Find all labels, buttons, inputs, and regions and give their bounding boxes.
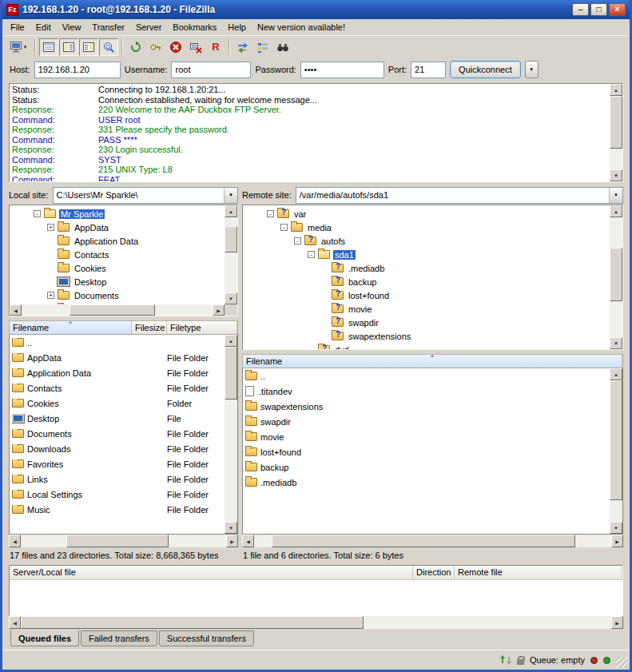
local-tree-item[interactable]: +Documents bbox=[11, 288, 225, 302]
scroll-up-button[interactable]: ▲ bbox=[610, 84, 622, 96]
scroll-up-button[interactable]: ▲ bbox=[610, 368, 622, 380]
remote-tree-item[interactable]: -sda1 bbox=[244, 248, 610, 261]
toggle-message-log-button[interactable] bbox=[39, 38, 58, 56]
scroll-up-button[interactable]: ▲ bbox=[225, 205, 237, 217]
menu-edit[interactable]: Edit bbox=[30, 20, 57, 34]
file-row[interactable]: DownloadsFile Folder bbox=[10, 441, 225, 456]
local-list-hscrollbar[interactable]: ◀ ▶ bbox=[9, 535, 238, 547]
file-row[interactable]: lost+found bbox=[243, 444, 610, 459]
site-manager-dropdown-icon[interactable]: ▼ bbox=[23, 45, 28, 50]
local-tree-item[interactable]: Contacts bbox=[11, 248, 225, 261]
file-row[interactable]: backup bbox=[243, 459, 610, 475]
find-files-button[interactable] bbox=[273, 38, 292, 56]
remote-tree-item[interactable]: movie bbox=[244, 302, 610, 316]
scrollbar-track[interactable] bbox=[225, 217, 237, 292]
scroll-down-button[interactable]: ▼ bbox=[610, 522, 622, 534]
scroll-left-button[interactable]: ◀ bbox=[9, 616, 21, 629]
file-row[interactable]: .. bbox=[243, 368, 610, 384]
host-input[interactable] bbox=[34, 62, 121, 78]
collapse-icon[interactable]: - bbox=[294, 237, 301, 245]
file-row[interactable]: movie bbox=[243, 429, 610, 444]
reconnect-button[interactable]: R bbox=[206, 38, 225, 56]
remote-tree-scrollbar[interactable]: ▲ ▼ bbox=[610, 205, 622, 349]
scrollbar-thumb[interactable] bbox=[225, 226, 237, 252]
maximize-button[interactable]: □ bbox=[590, 3, 607, 16]
menu-file[interactable]: File bbox=[5, 20, 30, 34]
file-row[interactable]: .titandev bbox=[243, 384, 610, 399]
queue-body[interactable] bbox=[10, 580, 622, 615]
menu-transfer[interactable]: Transfer bbox=[86, 20, 130, 34]
menu-help[interactable]: Help bbox=[222, 20, 252, 34]
menu-view[interactable]: View bbox=[57, 20, 87, 34]
file-row[interactable]: swapdir bbox=[243, 414, 610, 429]
scrollbar-track[interactable] bbox=[610, 380, 622, 522]
cancel-button[interactable] bbox=[166, 38, 185, 56]
scroll-down-button[interactable]: ▼ bbox=[610, 169, 622, 181]
file-row[interactable]: Application DataFile Folder bbox=[10, 365, 225, 380]
column-header-filetype[interactable]: Filetype bbox=[167, 321, 237, 334]
log-scrollbar[interactable]: ▲ ▼ bbox=[610, 84, 622, 181]
file-row[interactable]: .. bbox=[10, 335, 225, 350]
remote-tree-item[interactable]: -media bbox=[244, 221, 610, 234]
column-header-filesize[interactable]: Filesize bbox=[132, 321, 167, 334]
remote-tree-item[interactable]: .mediadb bbox=[244, 261, 610, 275]
file-row[interactable]: Local SettingsFile Folder bbox=[10, 487, 225, 502]
scroll-right-button[interactable]: ▶ bbox=[226, 535, 238, 547]
synchronized-browsing-button[interactable] bbox=[233, 38, 252, 56]
site-manager-button[interactable]: ▼ bbox=[6, 38, 31, 56]
file-row[interactable]: DocumentsFile Folder bbox=[10, 426, 225, 441]
collapse-icon[interactable]: - bbox=[267, 210, 274, 217]
quickconnect-dropdown-button[interactable]: ▼ bbox=[525, 61, 539, 78]
scrollbar-track[interactable] bbox=[225, 347, 237, 522]
combo-dropdown-icon[interactable]: ▼ bbox=[224, 188, 237, 203]
toggle-local-tree-button[interactable] bbox=[59, 38, 78, 56]
collapse-icon[interactable]: - bbox=[34, 210, 41, 217]
remote-tree-item[interactable]: swapextensions bbox=[244, 329, 610, 343]
remote-tree-item[interactable]: backup bbox=[244, 275, 610, 288]
local-site-combobox[interactable]: C:\Users\Mr Sparkle\ ▼ bbox=[53, 187, 238, 204]
tab-queued-files[interactable]: Queued files bbox=[10, 630, 79, 646]
scroll-left-button[interactable]: ◀ bbox=[10, 304, 22, 316]
remote-site-combobox[interactable]: /var/media/autofs/sda1 ▼ bbox=[296, 187, 623, 204]
local-tree-item[interactable]: Desktop bbox=[11, 275, 225, 288]
scroll-down-button[interactable]: ▼ bbox=[225, 522, 237, 534]
scrollbar-thumb[interactable] bbox=[21, 616, 364, 629]
resize-grip[interactable] bbox=[616, 657, 627, 668]
password-input[interactable] bbox=[300, 62, 384, 78]
scrollbar-thumb[interactable] bbox=[70, 304, 156, 316]
file-row[interactable]: swapextensions bbox=[243, 399, 610, 414]
local-tree-item[interactable]: Cookies bbox=[11, 261, 225, 275]
file-row[interactable]: LinksFile Folder bbox=[10, 471, 225, 487]
process-queue-button[interactable] bbox=[146, 38, 165, 56]
file-row[interactable]: MusicFile Folder bbox=[10, 502, 225, 517]
combo-dropdown-icon[interactable]: ▼ bbox=[609, 188, 622, 203]
local-list-scrollbar[interactable]: ▲ ▼ bbox=[225, 335, 237, 534]
refresh-button[interactable] bbox=[126, 38, 145, 56]
local-tree-scrollbar[interactable]: ▲ ▼ bbox=[225, 205, 237, 304]
file-row[interactable]: ContactsFile Folder bbox=[10, 380, 225, 396]
remote-list-hscrollbar[interactable]: ◀ ▶ bbox=[242, 535, 623, 547]
tab-successful-transfers[interactable]: Successful transfers bbox=[159, 630, 254, 646]
scroll-down-button[interactable]: ▼ bbox=[225, 292, 237, 304]
tab-failed-transfers[interactable]: Failed transfers bbox=[81, 630, 157, 646]
username-input[interactable] bbox=[171, 62, 251, 78]
toggle-transfer-queue-button[interactable]: Q bbox=[99, 38, 118, 56]
remote-tree-item[interactable]: -var bbox=[244, 207, 610, 221]
scrollbar-track[interactable] bbox=[610, 96, 622, 169]
scroll-left-button[interactable]: ◀ bbox=[9, 535, 21, 547]
local-tree-item[interactable]: -Mr Sparkle bbox=[11, 207, 225, 221]
port-input[interactable] bbox=[411, 62, 446, 78]
queue-hscrollbar[interactable]: ◀ ▶ bbox=[9, 616, 623, 629]
close-button[interactable]: × bbox=[609, 3, 626, 16]
remote-tree-item[interactable]: -autofs bbox=[244, 234, 610, 248]
remote-tree-item[interactable]: swapdir bbox=[244, 316, 610, 329]
scrollbar-thumb[interactable] bbox=[272, 535, 575, 547]
scrollbar-thumb[interactable] bbox=[610, 96, 622, 149]
column-header-remote-file[interactable]: Remote file bbox=[455, 566, 622, 579]
expand-icon[interactable]: + bbox=[47, 224, 54, 231]
file-row[interactable]: .mediadb bbox=[243, 475, 610, 490]
menu-bookmarks[interactable]: Bookmarks bbox=[167, 20, 222, 34]
scroll-left-button[interactable]: ◀ bbox=[242, 535, 254, 547]
file-row[interactable]: DesktopFile bbox=[10, 411, 225, 426]
scrollbar-track[interactable] bbox=[254, 535, 611, 547]
